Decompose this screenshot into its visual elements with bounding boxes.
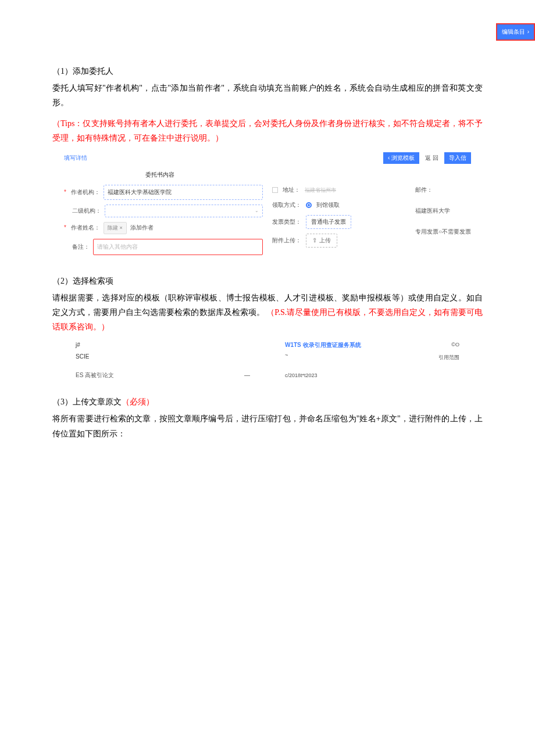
section3-para: 将所有需要进行检索的文章，按照文章顺序编号后，进行压缩打包，并命名压缩包为"姓名… bbox=[52, 411, 483, 440]
copyright-text: ©O bbox=[438, 340, 459, 349]
special-invoice-text: 专用发票 bbox=[415, 228, 438, 235]
section3-heading-black: （3）上传文章原文 bbox=[52, 397, 122, 406]
options-left: j# SCIE ES 高被引论文 — bbox=[76, 340, 250, 381]
document-body: （1）添加委托人 委托人填写好"作者机构"，点击"添加当前作者"，系统自动填充当… bbox=[52, 64, 483, 441]
options-left-top: j# SCIE bbox=[76, 340, 250, 362]
author-org-row: * 作者机构： 福建医科大学基础医学院 bbox=[64, 185, 263, 200]
options-right: W1TS 收录引用查证服务系统 ~ ©O 引用范围 c/2018t*t2023 bbox=[285, 340, 459, 381]
receive-method-label: 领取方式： bbox=[272, 200, 301, 210]
section1-tip: （Tips：仅支持账号持有者本人进行委托，表单提交后，会对委托人身份及作者身份进… bbox=[52, 116, 483, 145]
author-org-label: 作者机构： bbox=[71, 187, 100, 198]
options-screenshot: j# SCIE ES 高被引论文 — W1TS 收录引用查证服务系统 ~ ©O … bbox=[76, 340, 459, 381]
address-row: 地址： 福建省福州市 bbox=[272, 185, 398, 195]
second-org-label: 二级机构： bbox=[72, 206, 101, 216]
scie-text: SCIE bbox=[76, 352, 89, 362]
browse-template-label: 浏览模板 bbox=[391, 154, 415, 162]
section1-heading: （1）添加委托人 bbox=[52, 64, 483, 78]
address-checkbox[interactable] bbox=[272, 187, 278, 193]
receive-method-row: 领取方式： 到馆领取 bbox=[272, 200, 398, 210]
section2-para: 请根据需要，选择对应的模板（职称评审模板、博士报告模板、人才引进模板、奖励申报模… bbox=[52, 291, 483, 335]
required-star-icon: * bbox=[64, 187, 66, 198]
section3-heading: （3）上传文章原文（必须） bbox=[52, 395, 483, 409]
options-right-bottom: c/2018t*t2023 bbox=[285, 371, 459, 380]
second-org-input[interactable]: ⌄ bbox=[105, 205, 263, 217]
upload-icon: ⇧ bbox=[312, 235, 317, 246]
form-body: * 作者机构： 福建医科大学基础医学院 二级机构： ⌄ * 作者姓名： bbox=[64, 185, 471, 260]
attachment-label: 附件上传： bbox=[272, 235, 301, 246]
chevron-down-icon: ⌄ bbox=[255, 207, 259, 215]
author-org-input[interactable]: 福建医科大学基础医学院 bbox=[104, 185, 263, 200]
receive-radio[interactable] bbox=[306, 202, 312, 208]
no-invoice-text: 不需要发票 bbox=[442, 228, 471, 235]
tilde-text: ~ bbox=[285, 350, 361, 360]
system-name-text: W1TS 收录引用查证服务系统 bbox=[285, 340, 361, 350]
edit-entry-label: 编辑条目 bbox=[502, 27, 525, 37]
section2-heading: （2）选择检索项 bbox=[52, 274, 483, 288]
add-author-button[interactable]: 添加作者 bbox=[130, 224, 154, 232]
address-label: 地址： bbox=[283, 185, 300, 195]
cite-range-text: 引用范围 bbox=[438, 353, 459, 362]
return-button[interactable]: 返 回 bbox=[422, 152, 442, 164]
details-link[interactable]: 填写详情 bbox=[64, 153, 87, 163]
import-button[interactable]: 导入信 bbox=[444, 152, 471, 164]
form-right-side: 邮件： 福建医科大学 专用发票○不需要发票 bbox=[415, 185, 471, 252]
form-left-column: * 作者机构： 福建医科大学基础医学院 二级机构： ⌄ * 作者姓名： bbox=[64, 185, 263, 260]
chevron-left-icon: ‹ bbox=[388, 155, 390, 161]
author-org-value: 福建医科大学基础医学院 bbox=[108, 189, 172, 195]
remark-row: 备注： 请输入其他内容 bbox=[64, 239, 263, 255]
upload-label: 上传 bbox=[319, 235, 331, 246]
form-topbar: 填写详情 ‹ 浏览模板 返 回 导入信 bbox=[64, 152, 471, 164]
author-name-chip[interactable]: 陈建 × bbox=[104, 222, 127, 234]
chevron-right-icon: › bbox=[527, 27, 529, 37]
form-title: 委托书内容 bbox=[145, 170, 471, 180]
form-screenshot: 填写详情 ‹ 浏览模板 返 回 导入信 委托书内容 * 作者机构： 福建医科大学… bbox=[64, 152, 471, 260]
required-star-icon: * bbox=[64, 223, 66, 233]
second-org-row: 二级机构： ⌄ bbox=[64, 205, 263, 217]
author-name-row: * 作者姓名： 陈建 × 添加作者 bbox=[64, 222, 263, 234]
invoice-type-select[interactable]: 普通电子发票 bbox=[306, 215, 351, 229]
options-left-bottom: ES 高被引论文 — bbox=[76, 370, 250, 381]
date-range-text: c/2018t*t2023 bbox=[285, 371, 318, 380]
invoice-extra-text: 专用发票○不需要发票 bbox=[415, 227, 471, 237]
top-button-wrap: 编辑条目 › bbox=[12, 23, 535, 41]
invoice-type-label: 发票类型： bbox=[272, 217, 301, 227]
address-value: 福建省福州市 bbox=[305, 185, 336, 195]
es-thesis-text: ES 高被引论文 bbox=[76, 370, 114, 381]
upload-button[interactable]: ⇧ 上传 bbox=[306, 234, 337, 248]
remark-label: 备注： bbox=[72, 242, 90, 252]
receive-option-label: 到馆领取 bbox=[316, 200, 340, 210]
form-top-buttons: ‹ 浏览模板 返 回 导入信 bbox=[383, 152, 471, 164]
org-short-text: 福建医科大学 bbox=[415, 206, 471, 216]
author-name-label: 作者姓名： bbox=[71, 223, 100, 233]
dash-text: — bbox=[244, 370, 250, 381]
email-label: 邮件： bbox=[415, 185, 471, 195]
form-right-column: 地址： 福建省福州市 领取方式： 到馆领取 发票类型： 普通电子发票 bbox=[272, 185, 471, 260]
browse-template-button[interactable]: ‹ 浏览模板 bbox=[383, 152, 419, 164]
section1-para1: 委托人填写好"作者机构"，点击"添加当前作者"，系统自动填充当前账户的姓名，系统… bbox=[52, 81, 483, 110]
section3-heading-red: （必须） bbox=[122, 397, 154, 406]
edit-entry-button[interactable]: 编辑条目 › bbox=[496, 23, 535, 41]
attachment-row: 附件上传： ⇧ 上传 bbox=[272, 234, 398, 248]
jhash-text: j# bbox=[76, 340, 89, 350]
invoice-type-row: 发票类型： 普通电子发票 bbox=[272, 215, 398, 229]
remark-input[interactable]: 请输入其他内容 bbox=[93, 239, 263, 255]
